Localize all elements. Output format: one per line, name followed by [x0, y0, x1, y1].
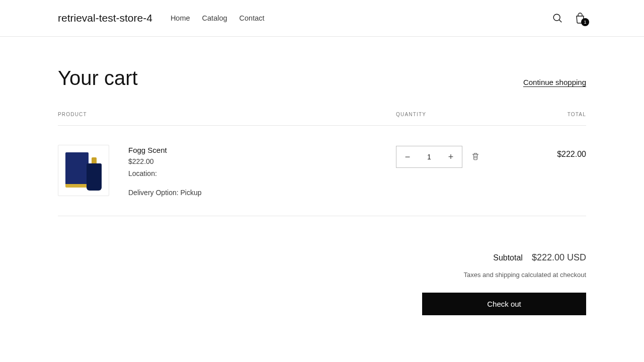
product-info: Fogg Scent $222.00 Location: Delivery Op…: [128, 145, 202, 197]
remove-item-button[interactable]: [471, 146, 479, 162]
product-delivery-option: Delivery Option: Pickup: [128, 189, 202, 197]
svg-point-0: [553, 14, 560, 21]
subtotal-label: Subtotal: [493, 253, 523, 262]
col-header-quantity: QUANTITY: [396, 112, 507, 117]
cart-page: Your cart Continue shopping PRODUCT QUAN…: [0, 37, 644, 315]
nav-catalog[interactable]: Catalog: [202, 14, 227, 22]
cart-count-badge: 1: [581, 18, 589, 26]
product-location: Location:: [128, 169, 202, 177]
header-actions: 1: [552, 12, 586, 24]
quantity-increase-button[interactable]: +: [440, 146, 462, 167]
checkout-button[interactable]: Check out: [422, 293, 586, 315]
quantity-decrease-button[interactable]: −: [396, 146, 419, 167]
trash-icon: [471, 152, 479, 161]
search-button[interactable]: [552, 13, 563, 24]
svg-line-1: [559, 20, 561, 22]
subtotal-row: Subtotal $222.00 USD: [493, 252, 586, 263]
cart-table-header: PRODUCT QUANTITY TOTAL: [58, 112, 586, 126]
quantity-stepper: − 1 +: [396, 146, 462, 168]
nav-home[interactable]: Home: [171, 14, 190, 22]
site-header: retrieval-test-store-4 Home Catalog Cont…: [0, 0, 644, 37]
cart-header-row: Your cart Continue shopping: [58, 67, 586, 89]
primary-nav: Home Catalog Contact: [171, 14, 552, 22]
cart-summary: Subtotal $222.00 USD Taxes and shipping …: [58, 252, 586, 315]
col-header-total: TOTAL: [507, 112, 586, 117]
subtotal-amount: $222.00 USD: [532, 252, 586, 263]
search-icon: [552, 13, 563, 24]
quantity-cell: − 1 +: [396, 145, 507, 197]
line-total: $222.00: [507, 145, 586, 197]
continue-shopping-link[interactable]: Continue shopping: [523, 78, 586, 86]
product-image-box: [65, 152, 89, 188]
product-thumbnail[interactable]: [58, 145, 109, 196]
quantity-value[interactable]: 1: [419, 146, 440, 167]
product-image-bottle: [87, 163, 102, 191]
page-title: Your cart: [58, 67, 138, 89]
nav-contact[interactable]: Contact: [239, 14, 265, 22]
product-name[interactable]: Fogg Scent: [128, 146, 202, 154]
cart-line-item: Fogg Scent $222.00 Location: Delivery Op…: [58, 126, 586, 216]
cart-button[interactable]: 1: [574, 12, 586, 24]
product-cell: Fogg Scent $222.00 Location: Delivery Op…: [58, 145, 396, 197]
tax-shipping-note: Taxes and shipping calculated at checkou…: [463, 271, 586, 279]
col-header-product: PRODUCT: [58, 112, 396, 117]
product-unit-price: $222.00: [128, 157, 202, 165]
store-name[interactable]: retrieval-test-store-4: [58, 12, 152, 24]
